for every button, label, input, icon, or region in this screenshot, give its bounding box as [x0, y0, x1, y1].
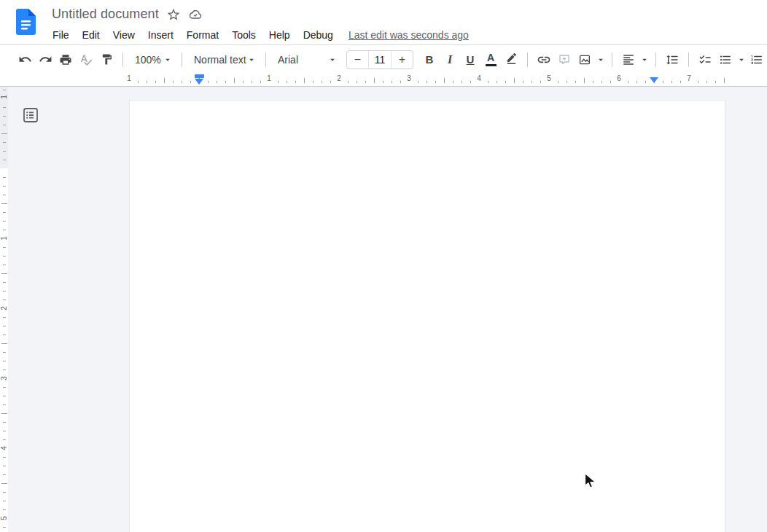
- print-button[interactable]: [55, 50, 76, 70]
- insert-image-dropdown[interactable]: [595, 50, 606, 70]
- toolbar-separator: [688, 52, 689, 67]
- numbered-list-group: [747, 50, 767, 70]
- menu-tools[interactable]: Tools: [225, 27, 262, 43]
- vertical-ruler-page: [0, 168, 8, 532]
- decrease-font-size-button[interactable]: −: [347, 51, 368, 69]
- highlight-color-button[interactable]: [501, 50, 521, 70]
- menu-bar: File Edit View Insert Format Tools Help …: [46, 26, 469, 44]
- add-comment-button[interactable]: [554, 50, 575, 70]
- spellcheck-button[interactable]: [76, 50, 96, 70]
- numbered-list-icon: [750, 53, 763, 66]
- align-left-icon: [622, 53, 635, 66]
- chevron-down-icon: [596, 55, 606, 65]
- menu-edit[interactable]: Edit: [76, 27, 106, 43]
- underline-button[interactable]: U: [460, 50, 480, 70]
- align-group: [618, 50, 650, 70]
- vertical-ruler[interactable]: 112345: [0, 87, 8, 532]
- bulleted-list-icon: [719, 53, 732, 66]
- show-outline-button[interactable]: [22, 106, 39, 124]
- underline-glyph: U: [467, 53, 475, 66]
- paint-format-button[interactable]: [96, 50, 117, 70]
- bold-button[interactable]: B: [419, 50, 440, 70]
- bold-glyph: B: [426, 53, 434, 66]
- image-icon: [578, 53, 591, 66]
- italic-button[interactable]: I: [440, 50, 460, 70]
- document-title[interactable]: Untitled document: [52, 7, 159, 22]
- text-color-icon: A: [486, 52, 497, 66]
- align-button[interactable]: [618, 50, 639, 70]
- chevron-down-icon: [327, 55, 338, 65]
- font-size-control: − 11 +: [346, 50, 413, 69]
- toolbar-separator: [265, 52, 266, 67]
- align-dropdown[interactable]: [639, 50, 650, 70]
- menu-help[interactable]: Help: [262, 27, 297, 43]
- checklist-icon: [698, 53, 712, 66]
- paragraph-style-value: Normal text: [194, 54, 246, 66]
- header: Untitled document File Edit View Insert …: [0, 0, 767, 45]
- left-indent-marker[interactable]: [195, 79, 203, 85]
- right-indent-marker[interactable]: [650, 77, 658, 83]
- redo-button[interactable]: [35, 50, 55, 70]
- toolbar-separator: [655, 52, 656, 67]
- chevron-down-icon: [246, 55, 257, 65]
- line-spacing-icon: [666, 53, 679, 66]
- comment-add-icon: [558, 53, 571, 66]
- font-family-select[interactable]: Arial: [272, 50, 340, 70]
- toolbar-separator: [527, 52, 528, 67]
- numbered-list-button[interactable]: [747, 50, 767, 70]
- undo-button[interactable]: [15, 50, 35, 70]
- menu-insert[interactable]: Insert: [141, 27, 180, 43]
- docs-logo-icon[interactable]: [16, 9, 36, 35]
- zoom-select[interactable]: 100%: [129, 50, 176, 70]
- toolbar-separator: [612, 52, 612, 67]
- line-spacing-button[interactable]: [662, 50, 682, 70]
- insert-image-group: [575, 50, 606, 70]
- last-edit-link[interactable]: Last edit was seconds ago: [349, 29, 469, 41]
- horizontal-ruler[interactable]: 11234567: [0, 73, 767, 87]
- menu-debug[interactable]: Debug: [297, 27, 340, 43]
- chevron-down-icon: [639, 55, 650, 65]
- link-icon: [537, 52, 551, 67]
- cloud-saved-icon[interactable]: [188, 7, 203, 22]
- text-color-button[interactable]: A: [480, 50, 501, 70]
- document-outline-icon: [23, 107, 39, 123]
- bulleted-list-group: [715, 50, 747, 70]
- toolbar-separator: [122, 52, 123, 67]
- chevron-down-icon: [163, 55, 173, 65]
- google-docs-app: Untitled document File Edit View Insert …: [0, 0, 767, 532]
- zoom-value: 100%: [135, 54, 161, 66]
- highlighter-icon: [505, 53, 518, 66]
- bulleted-list-button[interactable]: [715, 50, 736, 70]
- insert-image-button[interactable]: [575, 50, 595, 70]
- paragraph-style-select[interactable]: Normal text: [188, 50, 260, 70]
- toolbar-separator: [182, 52, 182, 67]
- italic-glyph: I: [448, 53, 452, 66]
- menu-view[interactable]: View: [106, 27, 141, 43]
- star-icon[interactable]: [166, 7, 181, 22]
- menu-format[interactable]: Format: [180, 27, 225, 43]
- insert-link-button[interactable]: [534, 50, 554, 70]
- menu-file[interactable]: File: [46, 27, 76, 43]
- document-page[interactable]: [129, 100, 725, 532]
- font-size-input[interactable]: 11: [368, 51, 392, 69]
- title-row: Untitled document: [52, 7, 203, 22]
- first-line-indent-marker[interactable]: [195, 74, 204, 78]
- checklist-button[interactable]: [695, 50, 715, 70]
- bulleted-list-dropdown[interactable]: [736, 50, 747, 70]
- chevron-down-icon: [736, 55, 747, 65]
- increase-font-size-button[interactable]: +: [392, 51, 413, 69]
- toolbar: 100% Normal text Arial − 11 + B I U: [0, 46, 767, 73]
- font-family-value: Arial: [278, 54, 298, 66]
- document-canvas: [0, 87, 767, 532]
